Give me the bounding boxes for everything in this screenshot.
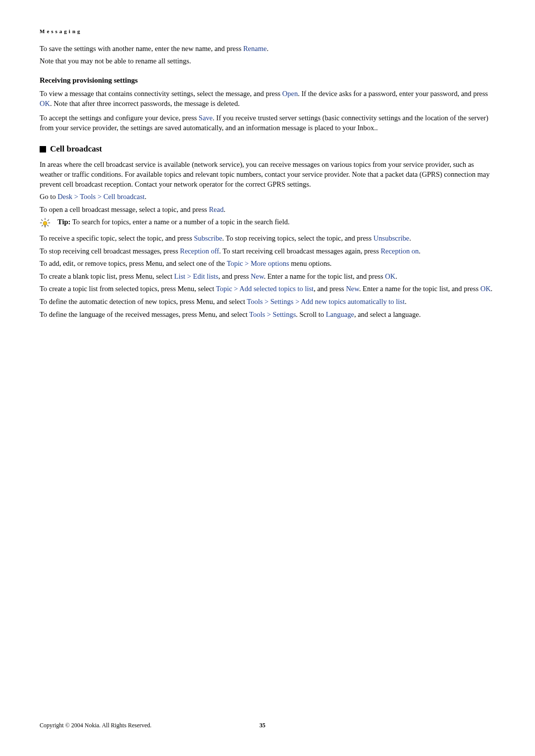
chevron-right-icon: >	[265, 298, 268, 305]
action-ok: OK	[40, 100, 50, 107]
text: To search for topics, enter a name or a …	[72, 218, 290, 226]
text: To create a blank topic list, press Menu…	[40, 272, 174, 280]
tip-text: Tip: To search for topics, enter a name …	[57, 217, 495, 227]
chevron-right-icon: >	[295, 298, 299, 305]
text: To create a topic list from selected top…	[40, 285, 216, 293]
text: Go to	[40, 193, 57, 201]
paragraph: To add, edit, or remove topics, press Me…	[40, 259, 495, 269]
text: To save the settings with another name, …	[40, 45, 243, 52]
text: .	[145, 193, 147, 201]
action-rename: Rename	[243, 45, 267, 52]
chevron-right-icon: >	[98, 193, 102, 201]
paragraph: To save the settings with another name, …	[40, 44, 495, 54]
text: .	[395, 272, 397, 280]
text: . If the device asks for a password, ent…	[298, 90, 488, 98]
chevron-right-icon: >	[74, 193, 78, 201]
text: To add, edit, or remove topics, press Me…	[40, 259, 227, 267]
action-open: Open	[282, 90, 298, 98]
text: , and press	[218, 272, 251, 280]
heading-label: Cell broadcast	[50, 144, 102, 155]
menu-tools: Tools	[249, 310, 265, 318]
paragraph: In areas where the cell broadcast servic…	[40, 160, 495, 189]
menu-add-new-auto: Add new topics automatically to list	[301, 298, 405, 305]
chevron-right-icon: >	[267, 310, 271, 318]
svg-rect-8	[44, 225, 46, 227]
text: , and select a language.	[354, 310, 421, 318]
action-new: New	[251, 272, 264, 280]
text: To stop receiving cell broadcast message…	[40, 247, 180, 255]
paragraph: To stop receiving cell broadcast message…	[40, 247, 495, 256]
action-reception-off: Reception off	[180, 247, 219, 255]
field-language: Language	[326, 310, 354, 318]
menu-topic: Topic	[216, 285, 232, 293]
paragraph: To create a topic list from selected top…	[40, 284, 495, 294]
text: . To start receiving cell broadcast mess…	[219, 247, 380, 255]
menu-settings: Settings	[270, 298, 294, 305]
svg-line-2	[48, 220, 49, 221]
action-read: Read	[209, 205, 224, 213]
paragraph: Note that you may not be able to rename …	[40, 56, 495, 66]
text: .	[223, 205, 225, 213]
page-footer: Copyright © 2004 Nokia. All Rights Reser…	[40, 722, 495, 729]
menu-list: List	[174, 272, 186, 280]
tip-lightbulb-icon	[40, 218, 51, 229]
nav-path: Go to Desk > Tools > Cell broadcast.	[40, 192, 495, 202]
paragraph: To define the language of the received m…	[40, 310, 495, 320]
text: menu options.	[289, 259, 332, 267]
tip-block: Tip: To search for topics, enter a name …	[40, 217, 495, 229]
chevron-right-icon: >	[234, 285, 238, 293]
svg-line-6	[48, 225, 49, 226]
text: , and press	[314, 285, 346, 293]
action-subscribe: Subscribe	[194, 234, 222, 242]
page-number: 35	[260, 722, 266, 729]
heading-cell-broadcast: Cell broadcast	[40, 144, 495, 155]
text: To receive a specific topic, select the …	[40, 234, 194, 242]
text: To define the language of the received m…	[40, 310, 249, 318]
text: . To stop receiving topics, select the t…	[222, 234, 374, 242]
paragraph: To receive a specific topic, select the …	[40, 234, 495, 244]
square-bullet-icon	[40, 146, 46, 152]
menu-edit-lists: Edit lists	[193, 272, 218, 280]
nav-tools: Tools	[80, 193, 96, 201]
paragraph: To view a message that contains connecti…	[40, 89, 495, 108]
svg-line-5	[42, 225, 43, 226]
menu-add-selected: Add selected topics to list	[239, 285, 314, 293]
paragraph: To accept the settings and configure you…	[40, 113, 495, 133]
menu-more-options: More options	[251, 259, 289, 267]
menu-tools: Tools	[247, 298, 263, 305]
text: . Scroll to	[296, 310, 325, 318]
heading-provisioning: Receiving provisioning settings	[40, 75, 495, 85]
paragraph: To open a cell broadcast message, select…	[40, 205, 495, 215]
nav-cell-broadcast: Cell broadcast	[104, 193, 145, 201]
text: .	[409, 234, 411, 242]
svg-line-1	[42, 220, 43, 221]
svg-rect-9	[45, 227, 46, 228]
text: To define the automatic detection of new…	[40, 298, 247, 305]
text: .	[491, 285, 493, 293]
text: To accept the settings and configure you…	[40, 114, 199, 122]
text: .	[419, 247, 421, 255]
text: To open a cell broadcast message, select…	[40, 205, 209, 213]
tip-label: Tip:	[57, 218, 72, 226]
text: To view a message that contains connecti…	[40, 90, 282, 98]
nav-desk: Desk	[57, 193, 72, 201]
paragraph: To create a blank topic list, press Menu…	[40, 272, 495, 282]
action-ok: OK	[385, 272, 395, 280]
chevron-right-icon: >	[245, 259, 249, 267]
svg-point-7	[43, 221, 47, 225]
chevron-right-icon: >	[187, 272, 191, 280]
action-reception-on: Reception on	[380, 247, 419, 255]
page-header: Messaging	[40, 28, 495, 35]
menu-settings: Settings	[273, 310, 296, 318]
action-ok: OK	[481, 285, 491, 293]
text: . Note that after three incorrect passwo…	[50, 100, 240, 107]
text: . Enter a name for the topic list, and p…	[359, 285, 481, 293]
text: .	[267, 45, 268, 52]
action-unsubscribe: Unsubscribe	[374, 234, 410, 242]
menu-topic: Topic	[227, 259, 243, 267]
action-new: New	[346, 285, 359, 293]
paragraph: To define the automatic detection of new…	[40, 297, 495, 307]
copyright-text: Copyright © 2004 Nokia. All Rights Reser…	[40, 722, 152, 729]
action-save: Save	[199, 114, 213, 122]
text: . Enter a name for the topic list, and p…	[264, 272, 385, 280]
